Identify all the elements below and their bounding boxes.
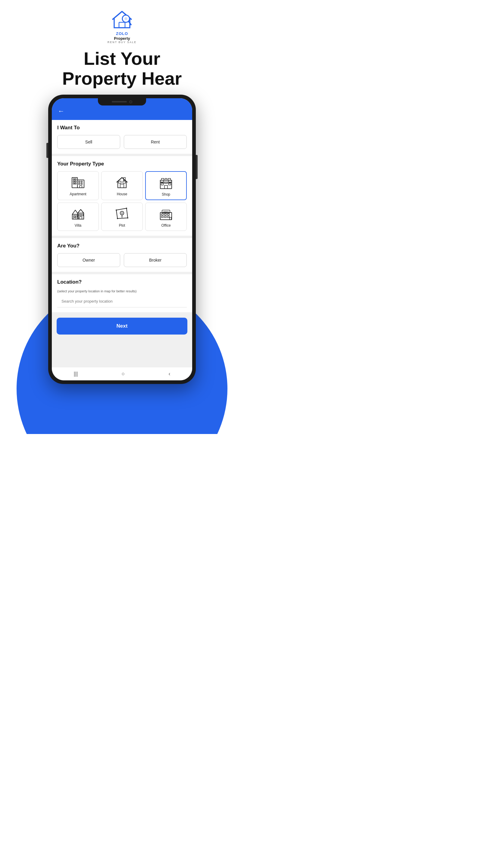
svg-rect-19 (119, 181, 121, 183)
nav-menu-icon[interactable]: ||| (74, 371, 78, 377)
sell-button[interactable]: Sell (57, 135, 120, 149)
svg-rect-18 (120, 184, 124, 188)
svg-rect-52 (164, 216, 166, 218)
location-hint: (select your property location in map fo… (57, 289, 187, 293)
svg-rect-33 (73, 216, 75, 217)
svg-rect-10 (73, 183, 74, 184)
property-type-section: Your Property Type (52, 156, 192, 236)
house-icon (115, 176, 129, 190)
svg-rect-12 (78, 181, 80, 182)
apartment-label: Apartment (70, 192, 86, 196)
office-icon: OFFICE (159, 207, 173, 221)
svg-rect-26 (164, 185, 167, 189)
logo-text: ZOLO Property RENT BUY SALE (107, 31, 137, 44)
svg-rect-53 (167, 216, 169, 218)
svg-text:OFFICE: OFFICE (163, 211, 169, 213)
svg-rect-16 (79, 186, 82, 188)
want-to-options: Sell Rent (57, 135, 187, 149)
svg-rect-9 (75, 181, 76, 182)
svg-rect-14 (78, 183, 80, 184)
svg-point-43 (127, 217, 128, 218)
property-plot[interactable]: Plot (101, 203, 143, 231)
next-section: Next (52, 315, 192, 337)
phone-header: ← (52, 98, 192, 120)
hero-title: List YourProperty Hear (56, 49, 188, 89)
are-you-title: Are You? (57, 243, 187, 249)
next-button[interactable]: Next (57, 318, 187, 335)
svg-rect-7 (75, 179, 76, 180)
svg-rect-34 (76, 216, 77, 217)
svg-rect-37 (79, 217, 82, 219)
notch-speaker (112, 101, 127, 102)
phone-wrapper: ← I Want To Sell Rent Your Property Type (0, 95, 244, 384)
property-office[interactable]: OFFICE Office (145, 203, 187, 231)
property-shop[interactable]: Shop (145, 171, 187, 200)
location-section: Location? (select your property location… (52, 274, 192, 312)
svg-point-42 (126, 208, 127, 209)
nav-back-icon[interactable]: ‹ (168, 371, 170, 377)
owner-button[interactable]: Owner (57, 253, 120, 267)
svg-rect-50 (167, 214, 169, 215)
logo-zolo: ZOLO (107, 31, 137, 36)
property-grid: Apartment (57, 171, 187, 231)
svg-rect-36 (82, 214, 83, 216)
shop-label: Shop (162, 192, 170, 196)
svg-rect-0 (119, 22, 125, 28)
are-you-section: Are You? Owner Broker (52, 238, 192, 272)
svg-rect-4 (72, 178, 77, 188)
location-title: Location? (57, 279, 187, 285)
svg-rect-11 (75, 183, 76, 184)
logo-property: Property (107, 36, 137, 41)
notch (98, 98, 146, 105)
svg-rect-48 (161, 214, 163, 215)
svg-point-44 (117, 218, 118, 219)
svg-rect-27 (161, 183, 163, 185)
villa-label: Villa (75, 223, 82, 227)
svg-point-40 (121, 213, 123, 214)
svg-rect-6 (73, 179, 74, 180)
house-label: House (117, 192, 127, 196)
svg-rect-20 (123, 181, 125, 183)
location-input[interactable] (57, 296, 187, 307)
svg-rect-8 (73, 181, 74, 182)
villa-icon (71, 207, 85, 221)
apartment-icon (71, 176, 85, 190)
svg-point-3 (124, 17, 127, 20)
back-button[interactable]: ← (58, 107, 64, 115)
phone-navbar: ||| ○ ‹ (52, 367, 192, 380)
svg-rect-49 (164, 214, 166, 215)
svg-rect-13 (81, 181, 82, 182)
plot-icon (115, 207, 129, 221)
phone-frame: ← I Want To Sell Rent Your Property Type (48, 95, 196, 384)
svg-rect-35 (79, 214, 81, 216)
want-to-title: I Want To (57, 125, 187, 131)
broker-button[interactable]: Broker (124, 253, 187, 267)
rent-button[interactable]: Rent (124, 135, 187, 149)
want-to-section: I Want To Sell Rent (52, 120, 192, 154)
logo-tagline: RENT BUY SALE (107, 41, 137, 44)
logo-container: ZOLO Property RENT BUY SALE (107, 9, 137, 44)
are-you-options: Owner Broker (57, 253, 187, 267)
phone-inner: ← I Want To Sell Rent Your Property Type (52, 98, 192, 380)
property-type-title: Your Property Type (57, 161, 187, 167)
svg-rect-28 (169, 183, 171, 185)
svg-rect-54 (170, 217, 171, 220)
svg-rect-15 (81, 183, 82, 184)
property-house[interactable]: House (101, 171, 143, 200)
svg-point-41 (116, 210, 117, 211)
office-label: Office (161, 223, 170, 227)
top-section: ZOLO Property RENT BUY SALE List YourPro… (0, 0, 244, 95)
nav-home-icon[interactable]: ○ (122, 371, 125, 377)
property-villa[interactable]: Villa (57, 203, 99, 231)
shop-icon (159, 176, 173, 190)
plot-label: Plot (119, 223, 125, 227)
svg-rect-51 (161, 216, 163, 218)
property-apartment[interactable]: Apartment (57, 171, 99, 200)
logo-icon (110, 9, 134, 30)
phone-content[interactable]: I Want To Sell Rent Your Property Type (52, 120, 192, 367)
notch-camera (129, 100, 132, 103)
